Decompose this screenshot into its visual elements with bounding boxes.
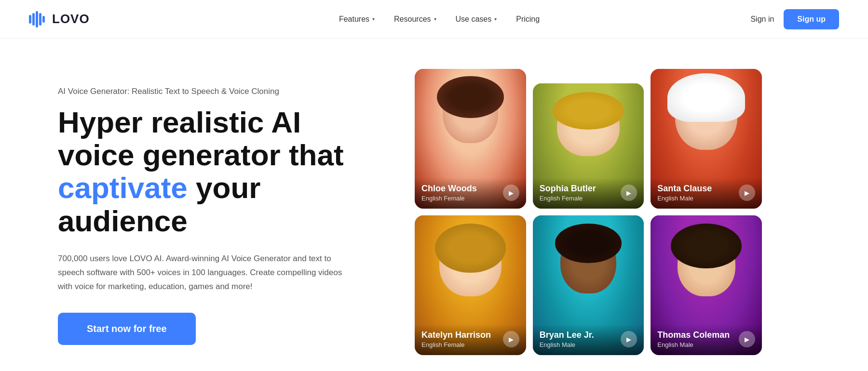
- navbar: LOVO Features ▾ Resources ▾ Use cases ▾ …: [0, 0, 868, 39]
- play-button-thomas[interactable]: ▶: [739, 331, 755, 347]
- sign-up-button[interactable]: Sign up: [784, 9, 839, 29]
- voice-grid: Chloe Woods English Female ▶ Sophia Butl…: [415, 69, 762, 350]
- svg-rect-1: [32, 13, 35, 26]
- chevron-down-icon: ▾: [494, 16, 497, 22]
- hero-title-part1: Hyper realistic AI voice generator that: [58, 106, 344, 172]
- nav-right: Sign in Sign up: [750, 9, 839, 29]
- chevron-down-icon: ▾: [372, 16, 375, 22]
- hero-title: Hyper realistic AI voice generator that …: [58, 106, 386, 238]
- svg-rect-4: [42, 16, 45, 23]
- nav-links: Features ▾ Resources ▾ Use cases ▾ Prici…: [128, 15, 751, 24]
- nav-pricing-label: Pricing: [516, 15, 540, 24]
- voice-card-sophia[interactable]: Sophia Butler English Female ▶: [533, 83, 644, 209]
- cta-button[interactable]: Start now for free: [58, 313, 196, 345]
- voice-card-santa[interactable]: Santa Clause English Male ▶: [651, 69, 762, 209]
- hero-section: AI Voice Generator: Realistic Text to Sp…: [58, 67, 386, 345]
- nav-features-label: Features: [339, 15, 369, 24]
- chevron-down-icon: ▾: [434, 16, 436, 22]
- svg-rect-0: [29, 15, 31, 24]
- voice-card-bryan[interactable]: Bryan Lee Jr. English Male ▶: [533, 215, 644, 355]
- nav-pricing[interactable]: Pricing: [516, 15, 540, 24]
- svg-rect-3: [39, 13, 41, 26]
- sign-in-link[interactable]: Sign in: [750, 15, 774, 24]
- logo-text: LOVO: [52, 12, 90, 26]
- voice-card-katelyn[interactable]: Katelyn Harrison English Female ▶: [415, 215, 526, 355]
- logo-icon: [29, 11, 47, 27]
- play-button-chloe[interactable]: ▶: [503, 185, 519, 201]
- logo[interactable]: LOVO: [29, 11, 90, 27]
- play-button-santa[interactable]: ▶: [739, 185, 755, 201]
- hero-title-highlight: captivate: [58, 171, 188, 204]
- hero-subtitle: AI Voice Generator: Realistic Text to Sp…: [58, 87, 386, 96]
- play-button-katelyn[interactable]: ▶: [503, 331, 519, 347]
- nav-use-cases-label: Use cases: [456, 15, 492, 24]
- voice-card-thomas[interactable]: Thomas Coleman English Male ▶: [651, 215, 762, 355]
- nav-use-cases[interactable]: Use cases ▾: [456, 15, 497, 24]
- main-content: AI Voice Generator: Realistic Text to Sp…: [0, 39, 868, 371]
- nav-resources[interactable]: Resources ▾: [394, 15, 436, 24]
- svg-rect-2: [36, 11, 38, 27]
- voice-card-chloe[interactable]: Chloe Woods English Female ▶: [415, 69, 526, 209]
- nav-resources-label: Resources: [394, 15, 431, 24]
- nav-features[interactable]: Features ▾: [339, 15, 375, 24]
- hero-description: 700,000 users love LOVO AI. Award-winnin…: [58, 252, 347, 294]
